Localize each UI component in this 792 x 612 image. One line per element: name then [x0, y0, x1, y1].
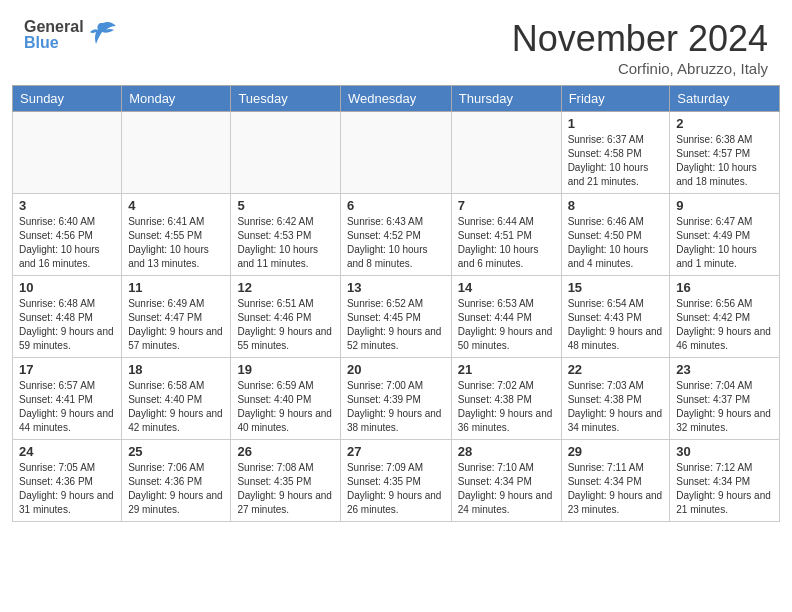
day-info: Sunrise: 7:09 AM Sunset: 4:35 PM Dayligh… — [347, 461, 445, 517]
calendar-cell: 27Sunrise: 7:09 AM Sunset: 4:35 PM Dayli… — [340, 440, 451, 522]
calendar-cell: 3Sunrise: 6:40 AM Sunset: 4:56 PM Daylig… — [13, 194, 122, 276]
calendar-cell: 2Sunrise: 6:38 AM Sunset: 4:57 PM Daylig… — [670, 112, 780, 194]
day-info: Sunrise: 6:46 AM Sunset: 4:50 PM Dayligh… — [568, 215, 664, 271]
calendar-cell: 26Sunrise: 7:08 AM Sunset: 4:35 PM Dayli… — [231, 440, 341, 522]
day-number: 7 — [458, 198, 555, 213]
day-number: 2 — [676, 116, 773, 131]
calendar-cell: 4Sunrise: 6:41 AM Sunset: 4:55 PM Daylig… — [122, 194, 231, 276]
calendar-cell: 22Sunrise: 7:03 AM Sunset: 4:38 PM Dayli… — [561, 358, 670, 440]
day-info: Sunrise: 7:03 AM Sunset: 4:38 PM Dayligh… — [568, 379, 664, 435]
calendar-header-saturday: Saturday — [670, 86, 780, 112]
day-number: 9 — [676, 198, 773, 213]
day-info: Sunrise: 6:56 AM Sunset: 4:42 PM Dayligh… — [676, 297, 773, 353]
calendar-cell: 18Sunrise: 6:58 AM Sunset: 4:40 PM Dayli… — [122, 358, 231, 440]
day-info: Sunrise: 6:41 AM Sunset: 4:55 PM Dayligh… — [128, 215, 224, 271]
day-info: Sunrise: 6:42 AM Sunset: 4:53 PM Dayligh… — [237, 215, 334, 271]
calendar-header-tuesday: Tuesday — [231, 86, 341, 112]
day-number: 15 — [568, 280, 664, 295]
day-number: 28 — [458, 444, 555, 459]
day-number: 10 — [19, 280, 115, 295]
calendar-cell — [13, 112, 122, 194]
calendar-cell: 9Sunrise: 6:47 AM Sunset: 4:49 PM Daylig… — [670, 194, 780, 276]
day-info: Sunrise: 7:04 AM Sunset: 4:37 PM Dayligh… — [676, 379, 773, 435]
day-info: Sunrise: 6:54 AM Sunset: 4:43 PM Dayligh… — [568, 297, 664, 353]
calendar-cell: 28Sunrise: 7:10 AM Sunset: 4:34 PM Dayli… — [451, 440, 561, 522]
calendar-cell: 23Sunrise: 7:04 AM Sunset: 4:37 PM Dayli… — [670, 358, 780, 440]
calendar-table: SundayMondayTuesdayWednesdayThursdayFrid… — [12, 85, 780, 522]
calendar-wrapper: SundayMondayTuesdayWednesdayThursdayFrid… — [0, 85, 792, 528]
calendar-cell: 7Sunrise: 6:44 AM Sunset: 4:51 PM Daylig… — [451, 194, 561, 276]
calendar-week-5: 24Sunrise: 7:05 AM Sunset: 4:36 PM Dayli… — [13, 440, 780, 522]
day-info: Sunrise: 7:00 AM Sunset: 4:39 PM Dayligh… — [347, 379, 445, 435]
day-number: 11 — [128, 280, 224, 295]
day-info: Sunrise: 6:38 AM Sunset: 4:57 PM Dayligh… — [676, 133, 773, 189]
title-area: November 2024 Corfinio, Abruzzo, Italy — [512, 18, 768, 77]
calendar-header-friday: Friday — [561, 86, 670, 112]
day-number: 23 — [676, 362, 773, 377]
day-number: 24 — [19, 444, 115, 459]
calendar-cell — [122, 112, 231, 194]
logo-bird-icon — [88, 18, 118, 52]
calendar-cell: 15Sunrise: 6:54 AM Sunset: 4:43 PM Dayli… — [561, 276, 670, 358]
day-number: 1 — [568, 116, 664, 131]
calendar-cell — [340, 112, 451, 194]
day-number: 16 — [676, 280, 773, 295]
calendar-cell: 12Sunrise: 6:51 AM Sunset: 4:46 PM Dayli… — [231, 276, 341, 358]
day-info: Sunrise: 6:49 AM Sunset: 4:47 PM Dayligh… — [128, 297, 224, 353]
day-number: 6 — [347, 198, 445, 213]
page-header: General Blue November 2024 Corfinio, Abr… — [0, 0, 792, 85]
day-info: Sunrise: 6:40 AM Sunset: 4:56 PM Dayligh… — [19, 215, 115, 271]
calendar-cell: 16Sunrise: 6:56 AM Sunset: 4:42 PM Dayli… — [670, 276, 780, 358]
day-number: 21 — [458, 362, 555, 377]
calendar-cell: 29Sunrise: 7:11 AM Sunset: 4:34 PM Dayli… — [561, 440, 670, 522]
day-number: 3 — [19, 198, 115, 213]
calendar-header-thursday: Thursday — [451, 86, 561, 112]
calendar-cell: 20Sunrise: 7:00 AM Sunset: 4:39 PM Dayli… — [340, 358, 451, 440]
day-info: Sunrise: 7:12 AM Sunset: 4:34 PM Dayligh… — [676, 461, 773, 517]
calendar-cell: 5Sunrise: 6:42 AM Sunset: 4:53 PM Daylig… — [231, 194, 341, 276]
day-info: Sunrise: 6:53 AM Sunset: 4:44 PM Dayligh… — [458, 297, 555, 353]
day-number: 8 — [568, 198, 664, 213]
day-info: Sunrise: 6:37 AM Sunset: 4:58 PM Dayligh… — [568, 133, 664, 189]
day-info: Sunrise: 7:05 AM Sunset: 4:36 PM Dayligh… — [19, 461, 115, 517]
day-number: 30 — [676, 444, 773, 459]
day-info: Sunrise: 6:52 AM Sunset: 4:45 PM Dayligh… — [347, 297, 445, 353]
day-number: 13 — [347, 280, 445, 295]
calendar-cell: 10Sunrise: 6:48 AM Sunset: 4:48 PM Dayli… — [13, 276, 122, 358]
calendar-week-3: 10Sunrise: 6:48 AM Sunset: 4:48 PM Dayli… — [13, 276, 780, 358]
calendar-cell: 24Sunrise: 7:05 AM Sunset: 4:36 PM Dayli… — [13, 440, 122, 522]
calendar-week-4: 17Sunrise: 6:57 AM Sunset: 4:41 PM Dayli… — [13, 358, 780, 440]
calendar-cell: 25Sunrise: 7:06 AM Sunset: 4:36 PM Dayli… — [122, 440, 231, 522]
calendar-header-monday: Monday — [122, 86, 231, 112]
location: Corfinio, Abruzzo, Italy — [512, 60, 768, 77]
calendar-cell — [451, 112, 561, 194]
day-info: Sunrise: 6:57 AM Sunset: 4:41 PM Dayligh… — [19, 379, 115, 435]
calendar-week-2: 3Sunrise: 6:40 AM Sunset: 4:56 PM Daylig… — [13, 194, 780, 276]
day-info: Sunrise: 7:08 AM Sunset: 4:35 PM Dayligh… — [237, 461, 334, 517]
day-number: 14 — [458, 280, 555, 295]
calendar-cell: 30Sunrise: 7:12 AM Sunset: 4:34 PM Dayli… — [670, 440, 780, 522]
day-info: Sunrise: 6:48 AM Sunset: 4:48 PM Dayligh… — [19, 297, 115, 353]
calendar-cell — [231, 112, 341, 194]
calendar-header-row: SundayMondayTuesdayWednesdayThursdayFrid… — [13, 86, 780, 112]
calendar-cell: 17Sunrise: 6:57 AM Sunset: 4:41 PM Dayli… — [13, 358, 122, 440]
day-number: 29 — [568, 444, 664, 459]
day-number: 4 — [128, 198, 224, 213]
month-title: November 2024 — [512, 18, 768, 60]
day-info: Sunrise: 6:58 AM Sunset: 4:40 PM Dayligh… — [128, 379, 224, 435]
day-info: Sunrise: 6:44 AM Sunset: 4:51 PM Dayligh… — [458, 215, 555, 271]
day-info: Sunrise: 6:59 AM Sunset: 4:40 PM Dayligh… — [237, 379, 334, 435]
day-number: 20 — [347, 362, 445, 377]
logo: General Blue — [24, 18, 118, 52]
calendar-cell: 11Sunrise: 6:49 AM Sunset: 4:47 PM Dayli… — [122, 276, 231, 358]
calendar-cell: 19Sunrise: 6:59 AM Sunset: 4:40 PM Dayli… — [231, 358, 341, 440]
day-info: Sunrise: 6:51 AM Sunset: 4:46 PM Dayligh… — [237, 297, 334, 353]
day-info: Sunrise: 7:10 AM Sunset: 4:34 PM Dayligh… — [458, 461, 555, 517]
logo-blue: Blue — [24, 35, 84, 51]
day-number: 27 — [347, 444, 445, 459]
day-number: 17 — [19, 362, 115, 377]
day-number: 12 — [237, 280, 334, 295]
logo-general: General — [24, 19, 84, 35]
day-info: Sunrise: 7:11 AM Sunset: 4:34 PM Dayligh… — [568, 461, 664, 517]
calendar-cell: 8Sunrise: 6:46 AM Sunset: 4:50 PM Daylig… — [561, 194, 670, 276]
